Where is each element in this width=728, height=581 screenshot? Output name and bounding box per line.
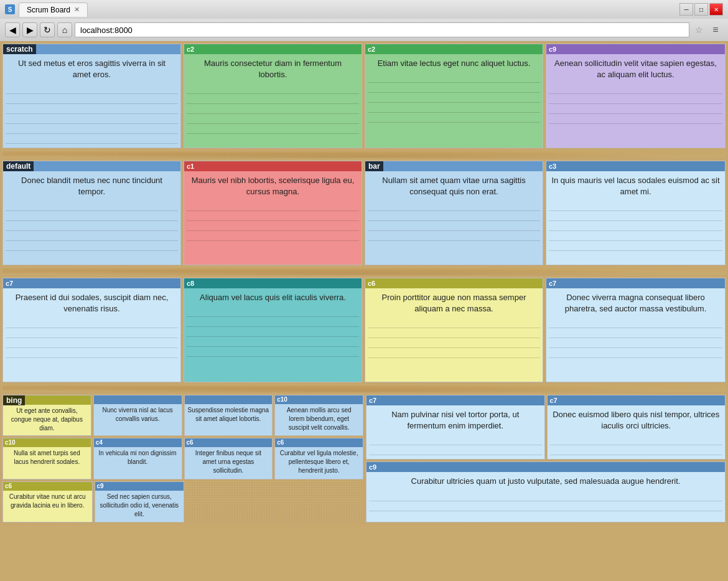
menu-icon[interactable]: ≡ [708, 22, 723, 37]
cork-divider [2, 385, 726, 392]
card-header: c4 [94, 438, 182, 447]
card-body: Integer finibus neque sit amet urna eges… [185, 447, 273, 477]
card-header: c7 [3, 278, 180, 288]
list-item[interactable]: c7 Nam pulvinar nisi vel tortor porta, u… [366, 395, 545, 460]
card-body: Ut eget ante convallis, congue neque at,… [3, 405, 91, 435]
card-header: c2 [365, 44, 543, 54]
list-item[interactable]: c6 Integer finibus neque sit amet urna e… [184, 438, 273, 479]
card-body: Suspendisse molestie magna sit amet aliq… [185, 404, 273, 425]
card-body: Aenean mollis arcu sed lorem bibendum, e… [275, 404, 363, 434]
list-item[interactable]: bar Nullam sit amet quam vitae urna sagi… [365, 161, 543, 265]
card-body: In vehicula mi non dignissim blandit. [94, 447, 182, 468]
card-header: c8 [184, 278, 362, 288]
card-body: Etiam vitae lectus eget nunc aliquet luc… [365, 54, 543, 73]
cork-divider [2, 268, 726, 275]
title-bar-controls: ─ □ ✕ [679, 3, 723, 16]
nav-bar: ◀ ▶ ↻ ⌂ localhost:8000 ☆ ≡ [0, 19, 728, 41]
list-item[interactable]: c7 Praesent id dui sodales, suscipit dia… [2, 278, 181, 382]
list-item[interactable]: Nunc viverra nisl ac lacus convallis var… [93, 395, 182, 436]
list-item[interactable]: bing Ut eget ante convallis, congue nequ… [2, 395, 91, 436]
browser-icon: S [5, 4, 15, 14]
card-header: c7 [366, 395, 544, 405]
list-item[interactable]: c6 Curabitur vel ligula molestie, pellen… [274, 438, 363, 479]
card-header: c6 [185, 438, 273, 447]
card-header [185, 395, 273, 404]
list-item[interactable]: c7 Donec viverra magna consequat libero … [546, 278, 726, 382]
card-header: c6 [3, 482, 92, 491]
card-body: Nam pulvinar nisi vel tortor porta, ut f… [366, 405, 544, 435]
home-button[interactable]: ⌂ [57, 22, 72, 37]
maximize-button[interactable]: □ [694, 3, 708, 16]
cork-divider [2, 151, 726, 158]
minimize-button[interactable]: ─ [679, 3, 693, 16]
list-item[interactable]: Suspendisse molestie magna sit amet aliq… [184, 395, 273, 436]
list-item[interactable]: c10 Aenean mollis arcu sed lorem bibendu… [274, 395, 363, 436]
list-item[interactable]: c1 Mauris vel nibh lobortis, scelerisque… [184, 161, 362, 265]
list-item[interactable]: c8 Aliquam vel lacus quis elit iaculis v… [184, 278, 362, 382]
bing-section: bing Ut eget ante convallis, congue nequ… [2, 395, 363, 522]
card-body: Donec euismod libero quis nisl tempor, u… [548, 405, 726, 435]
list-item[interactable]: c2 Etiam vitae lectus eget nunc aliquet … [365, 44, 543, 148]
card-body: Aenean sollicitudin velit vitae sapien e… [546, 54, 725, 84]
list-item[interactable]: c6 Curabitur vitae nunc ut arcu gravida … [2, 481, 93, 522]
bing-mini-row-2: c10 Nulla sit amet turpis sed lacus hend… [2, 438, 363, 479]
card-body: Mauris vel nibh lobortis, scelerisque li… [184, 171, 362, 201]
card-body: Curabitur vel ligula molestie, pellentes… [275, 447, 363, 477]
list-item[interactable]: c6 Proin porttitor augue non massa sempe… [365, 278, 543, 382]
forward-button[interactable]: ▶ [22, 22, 37, 37]
bookmark-icon[interactable]: ☆ [692, 23, 706, 37]
card-header [94, 395, 182, 404]
card-header: c9 [546, 44, 725, 54]
card-body: Curabitur vitae nunc ut arcu gravida lac… [3, 491, 92, 512]
card-body: Nunc viverra nisl ac lacus convallis var… [94, 404, 182, 425]
card-body: Nullam sit amet quam vitae urna sagittis… [365, 171, 543, 201]
list-item[interactable]: c3 In quis mauris vel lacus sodales euis… [546, 161, 726, 265]
address-bar[interactable]: localhost:8000 [75, 22, 689, 37]
cards-row3: c7 Praesent id dui sodales, suscipit dia… [2, 278, 726, 382]
card-header: c2 [184, 44, 362, 54]
card-body: Donec blandit metus nec nunc tincidunt t… [3, 171, 180, 201]
browser-tab[interactable]: Scrum Board ✕ [19, 2, 88, 17]
card-body: Ut sed metus et eros sagittis viverra in… [3, 54, 180, 84]
card-section-label: default [3, 161, 34, 171]
list-item[interactable]: default Donec blandit metus nec nunc tin… [2, 161, 181, 265]
tab-label: Scrum Board [27, 6, 70, 14]
list-item[interactable]: c9 Aenean sollicitudin velit vitae sapie… [546, 44, 726, 148]
scrum-board: scratch Ut sed metus et eros sagittis vi… [0, 41, 728, 525]
card-header: c7 [548, 395, 726, 405]
browser-title-bar: S Scrum Board ✕ ─ □ ✕ [0, 0, 728, 19]
scratch-row: scratch Ut sed metus et eros sagittis vi… [2, 44, 726, 148]
card-body: Donec viverra magna consequat libero pha… [546, 288, 725, 318]
default-row: default Donec blandit metus nec nunc tin… [2, 161, 726, 265]
list-item[interactable]: c4 In vehicula mi non dignissim blandit. [93, 438, 182, 479]
card-header: c6 [275, 438, 363, 447]
card-header: c10 [3, 438, 91, 447]
card-body: Nulla sit amet turpis sed lacus hendreri… [3, 447, 91, 468]
card-header: c6 [365, 278, 543, 288]
card-header [365, 161, 543, 171]
list-item[interactable]: c9 Sed nec sapien cursus, sollicitudin o… [95, 481, 185, 522]
card-section-label: scratch [3, 44, 36, 54]
card-header: c7 [546, 278, 725, 288]
card-header: c9 [95, 482, 184, 491]
card-section-label: bing [3, 395, 25, 405]
list-item[interactable]: c2 Mauris consectetur diam in fermentum … [184, 44, 362, 148]
list-item[interactable]: c9 Curabitur ultricies quam ut justo vul… [366, 461, 726, 522]
close-button[interactable]: ✕ [709, 3, 723, 16]
list-item[interactable]: scratch Ut sed metus et eros sagittis vi… [2, 44, 181, 148]
card-header: c9 [366, 462, 725, 472]
card-header: c10 [275, 395, 363, 404]
tab-close-icon[interactable]: ✕ [74, 6, 80, 14]
reload-button[interactable]: ↻ [40, 22, 55, 37]
bing-mini-row-3: c6 Curabitur vitae nunc ut arcu gravida … [2, 481, 363, 522]
card-body: Praesent id dui sodales, suscipit diam n… [3, 288, 180, 318]
right-large-section: c7 Nam pulvinar nisi vel tortor porta, u… [366, 395, 726, 522]
card-body: In quis mauris vel lacus sodales euismod… [546, 171, 725, 201]
right-top-row: c7 Nam pulvinar nisi vel tortor porta, u… [366, 395, 726, 460]
card-body: Mauris consectetur diam in fermentum lob… [184, 54, 362, 84]
list-item[interactable]: c7 Donec euismod libero quis nisl tempor… [547, 395, 726, 460]
list-item[interactable]: c10 Nulla sit amet turpis sed lacus hend… [2, 438, 91, 479]
card-body: Aliquam vel lacus quis elit iaculis vive… [184, 288, 362, 307]
card-header: c3 [546, 161, 725, 171]
back-button[interactable]: ◀ [5, 22, 20, 37]
